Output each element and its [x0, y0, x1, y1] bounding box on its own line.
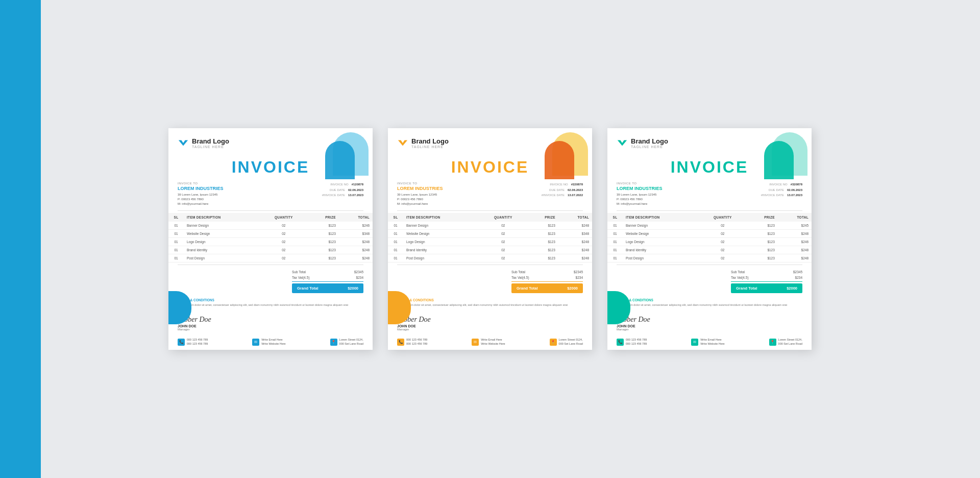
totals-divider [511, 281, 583, 282]
grand-total-label: Grand Total [517, 286, 538, 291]
table-cell-price: $123 [307, 230, 338, 238]
table-body: 01 Banner Design 02 $123 $245 01 Website… [607, 222, 812, 262]
signer-role: Manager [397, 328, 583, 331]
table-header: SL [607, 213, 623, 222]
meta-label: #INVOICE DATE [761, 193, 784, 198]
footer-address-text: Lorem Street 0124,000 Set Lane Road [778, 338, 802, 346]
table-cell-price: $123 [526, 246, 558, 254]
table-cell-sl: 01 [607, 222, 623, 230]
table-cell-qty: 02 [699, 230, 746, 238]
table-cell-price: $123 [526, 222, 558, 230]
table-cell-desc: Logo Design [623, 238, 699, 246]
footer-phone-item: 📞 000 123 456 789000 123 456 789 [617, 338, 647, 346]
table-cell-sl: 01 [607, 230, 623, 238]
footer-phone-text: 000 123 456 789000 123 456 789 [187, 338, 208, 346]
table-header: ITEM DESCRIPTION [184, 213, 260, 222]
svg-marker-0 [179, 140, 188, 146]
card-header: Brand Logo TAGLINE HERE [388, 128, 592, 153]
totals-section: Sub Total $2345 Tax Vat(4.5) $234 Grand … [168, 267, 373, 294]
client-details: 39 Lorem Lane, Ipsum 12345 P: 00023 456 … [178, 193, 224, 206]
table-cell-qty: 02 [480, 254, 526, 262]
bg-accent-left [0, 0, 41, 478]
footer-email-text: Write Email HereWrite Website Here [481, 338, 505, 346]
subtotal-label: Sub Total [511, 270, 525, 274]
table-cell-price: $123 [526, 230, 558, 238]
table-cell-desc: Website Design [184, 230, 260, 238]
totals-box: Sub Total $2345 Tax Vat(4.5) $234 Grand … [511, 269, 583, 293]
subtotal-row: Sub Total $2345 [731, 269, 802, 275]
footer-address-text: Lorem Street 0124,000 Set Lane Road [559, 338, 583, 346]
table-cell-total: $348 [339, 230, 373, 238]
grand-total-value: $2000 [567, 286, 578, 291]
meta-label: #INVOICE DATE [542, 193, 565, 198]
client-name: LOREM INDUSTRIES [397, 186, 443, 191]
invoice-card-orange: Brand Logo TAGLINE HERE INVOICE INVOICE … [388, 128, 592, 350]
footer-email-text: Write Email HereWrite Website Here [261, 338, 285, 346]
table-header: QUANTITY [480, 213, 526, 222]
footer-address-item: 📍 Lorem Street 0124,000 Set Lane Road [330, 338, 363, 346]
table-row: 01 Brand Identity 02 $123 $248 [607, 246, 812, 254]
table-cell-sl: 01 [168, 222, 184, 230]
table-cell-desc: Post Design [623, 254, 699, 262]
table-header: SL [388, 213, 403, 222]
email-icon: ✉ [472, 339, 479, 346]
table-cell-desc: Logo Design [403, 238, 480, 246]
table-cell-sl: 01 [388, 254, 403, 262]
signature-section: Jabber Doe JOHN DOE Manager [168, 314, 373, 333]
brand-logo-icon [178, 137, 189, 149]
table-header: TOTAL [339, 213, 373, 222]
table-cell-total: $248 [778, 230, 812, 238]
invoice-table: SLITEM DESCRIPTIONQUANTITYPRIZETOTAL 01 … [388, 213, 592, 262]
table-row: 01 Post Design 02 $123 $248 [168, 254, 373, 262]
brand-text: Brand Logo TAGLINE HERE [411, 137, 449, 149]
terms-text: Lorem ipsum dolor sit amet, consectetuer… [617, 303, 792, 312]
table-header: SL [168, 213, 184, 222]
table-cell-price: $123 [307, 238, 338, 246]
invoice-to-label: INVOICE TO [617, 182, 663, 185]
terms-text: Lorem ipsum dolor sit amet, consectetuer… [178, 303, 353, 312]
bottom-section: TERMS & CONDITIONS Lorem ipsum dolor sit… [168, 295, 373, 314]
grand-total-label: Grand Total [297, 286, 318, 291]
brand-logo-icon [617, 137, 628, 149]
brand-text: Brand Logo TAGLINE HERE [631, 137, 668, 149]
header-divider [617, 210, 802, 211]
meta-value: 13.07.2022 [568, 193, 583, 198]
footer-email-item: ✉ Write Email HereWrite Website Here [252, 338, 285, 346]
card-footer: 📞 000 123 456 789000 123 456 789 ✉ Write… [388, 335, 592, 350]
table-row: 01 Logo Design 02 $123 $246 [607, 238, 812, 246]
table-cell-total: $245 [778, 222, 812, 230]
table-row: 01 Post Design 02 $123 $248 [388, 254, 592, 262]
brand-name: Brand Logo [631, 137, 668, 146]
table-cell-desc: Banner Design [184, 222, 260, 230]
tax-label: Tax Vat(4.5) [292, 276, 310, 279]
location-icon: 📍 [330, 339, 337, 346]
table-body: 01 Banner Design 02 $123 $246 01 Website… [168, 222, 373, 262]
client-details: 39 Lorem Lane, Ipsum 12345 P: 00023 456 … [397, 193, 443, 206]
table-cell-desc: Post Design [403, 254, 480, 262]
tax-value: $234 [795, 276, 802, 279]
table-cell-price: $123 [746, 230, 777, 238]
table-cell-qty: 02 [480, 246, 526, 254]
footer-address-item: 📍 Lorem Street 0124,000 Set Lane Road [769, 338, 802, 346]
table-cell-price: $123 [746, 222, 777, 230]
meta-row: #INVOICE DATE 13.07.2022 [542, 193, 583, 198]
card-footer: 📞 000 123 456 789000 123 456 789 ✉ Write… [607, 335, 812, 350]
table-cell-sl: 01 [607, 254, 623, 262]
tax-label: Tax Vat(4.5) [731, 276, 749, 279]
terms-section: TERMS & CONDITIONS Lorem ipsum dolor sit… [397, 298, 573, 312]
table-cell-total: $348 [558, 230, 592, 238]
table-cell-sl: 01 [168, 238, 184, 246]
signature-section: Jabber Doe JOHN DOE Manager [388, 314, 592, 333]
table-cell-qty: 02 [260, 230, 307, 238]
signer-role: Manager [178, 328, 363, 331]
subtotal-value: $2345 [574, 270, 583, 274]
table-header-row: SLITEM DESCRIPTIONQUANTITYPRIZETOTAL [607, 213, 812, 222]
invoice-to-label: INVOICE TO [178, 182, 224, 185]
subtotal-value: $2345 [793, 270, 802, 274]
table-cell-desc: Brand Identity [403, 246, 480, 254]
tax-row: Tax Vat(4.5) $234 [511, 275, 583, 280]
phone-icon: 📞 [617, 339, 624, 346]
invoice-to-label: INVOICE TO [397, 182, 443, 185]
table-row: 01 Website Design 02 $123 $348 [388, 230, 592, 238]
totals-section: Sub Total $2345 Tax Vat(4.5) $234 Grand … [607, 267, 812, 294]
